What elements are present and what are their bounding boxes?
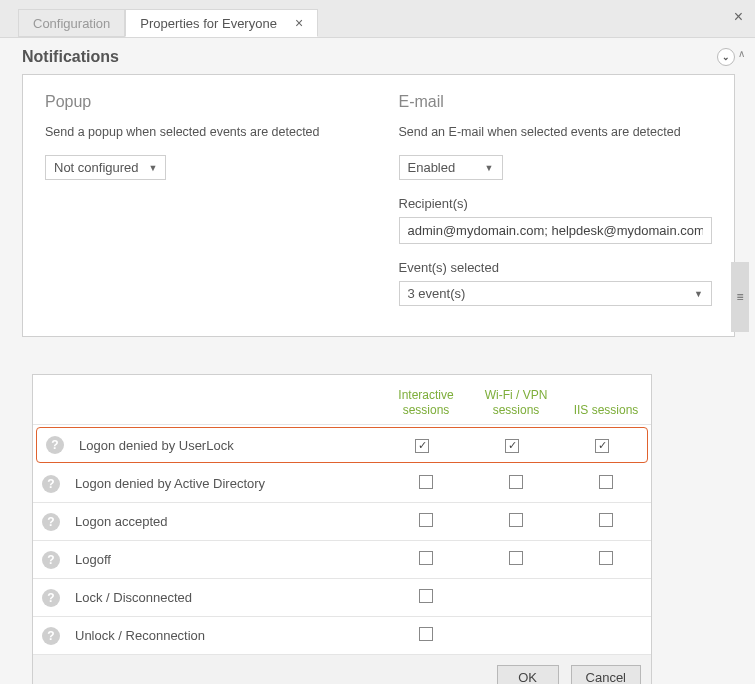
ok-button[interactable]: OK: [497, 665, 559, 684]
section-title: Notifications: [22, 48, 119, 66]
scrollbar-thumb[interactable]: ≡: [731, 262, 749, 332]
recipients-label: Recipient(s): [399, 196, 713, 211]
chevron-down-icon: ▼: [694, 289, 703, 299]
event-label: Logoff: [69, 552, 381, 567]
popup-heading: Popup: [45, 93, 359, 111]
scrollbar[interactable]: ∧ ≡: [729, 42, 753, 322]
event-checkbox[interactable]: [509, 551, 523, 565]
help-icon[interactable]: ?: [42, 589, 60, 607]
events-selected-dropdown[interactable]: 3 event(s) ▼: [399, 281, 713, 306]
tab-configuration[interactable]: Configuration: [18, 9, 125, 37]
event-checkbox[interactable]: [419, 475, 433, 489]
event-label: Logon denied by Active Directory: [69, 476, 381, 491]
recipients-input[interactable]: [399, 217, 713, 244]
events-dropdown-panel: Interactive sessions Wi-Fi / VPN session…: [32, 374, 652, 684]
help-icon[interactable]: ?: [42, 627, 60, 645]
event-checkbox[interactable]: [419, 589, 433, 603]
email-desc: Send an E-mail when selected events are …: [399, 125, 713, 139]
col-interactive: Interactive sessions: [381, 388, 471, 424]
col-wifi-vpn: Wi-Fi / VPN sessions: [471, 388, 561, 424]
help-icon[interactable]: ?: [42, 551, 60, 569]
event-row: ?Logon denied by UserLock✓✓✓: [36, 427, 648, 463]
email-heading: E-mail: [399, 93, 713, 111]
col-iis: IIS sessions: [561, 403, 651, 424]
close-tab-icon[interactable]: ×: [295, 15, 303, 31]
notifications-panel: Popup Send a popup when selected events …: [22, 74, 735, 337]
close-icon[interactable]: ×: [734, 8, 743, 26]
help-icon[interactable]: ?: [42, 513, 60, 531]
event-checkbox[interactable]: [509, 513, 523, 527]
event-row: ?Logon denied by Active Directory: [33, 465, 651, 503]
event-checkbox[interactable]: [599, 475, 613, 489]
cancel-button[interactable]: Cancel: [571, 665, 641, 684]
chevron-down-icon: ▼: [485, 163, 494, 173]
event-checkbox[interactable]: [599, 551, 613, 565]
popup-desc: Send a popup when selected events are de…: [45, 125, 359, 139]
event-checkbox[interactable]: [419, 551, 433, 565]
help-icon[interactable]: ?: [42, 475, 60, 493]
chevron-up-icon[interactable]: ∧: [738, 48, 745, 59]
email-mode-value: Enabled: [408, 160, 456, 175]
tab-properties[interactable]: Properties for Everyone ×: [125, 9, 318, 37]
event-row: ?Unlock / Reconnection: [33, 617, 651, 655]
event-row: ?Logoff: [33, 541, 651, 579]
help-icon[interactable]: ?: [46, 436, 64, 454]
event-checkbox[interactable]: ✓: [415, 439, 429, 453]
event-checkbox[interactable]: [509, 475, 523, 489]
events-selected-label: Event(s) selected: [399, 260, 713, 275]
event-checkbox[interactable]: [419, 513, 433, 527]
events-summary-value: 3 event(s): [408, 286, 466, 301]
popup-mode-select[interactable]: Not configured ▼: [45, 155, 166, 180]
chevron-down-icon: ▼: [149, 163, 158, 173]
event-row: ?Logon accepted: [33, 503, 651, 541]
event-label: Lock / Disconnected: [69, 590, 381, 605]
event-checkbox[interactable]: ✓: [505, 439, 519, 453]
event-label: Logon denied by UserLock: [73, 438, 377, 453]
tab-label: Properties for Everyone: [140, 16, 277, 31]
event-checkbox[interactable]: ✓: [595, 439, 609, 453]
event-checkbox[interactable]: [419, 627, 433, 641]
email-mode-select[interactable]: Enabled ▼: [399, 155, 503, 180]
event-row: ?Lock / Disconnected: [33, 579, 651, 617]
event-label: Logon accepted: [69, 514, 381, 529]
event-checkbox[interactable]: [599, 513, 613, 527]
popup-mode-value: Not configured: [54, 160, 139, 175]
event-label: Unlock / Reconnection: [69, 628, 381, 643]
